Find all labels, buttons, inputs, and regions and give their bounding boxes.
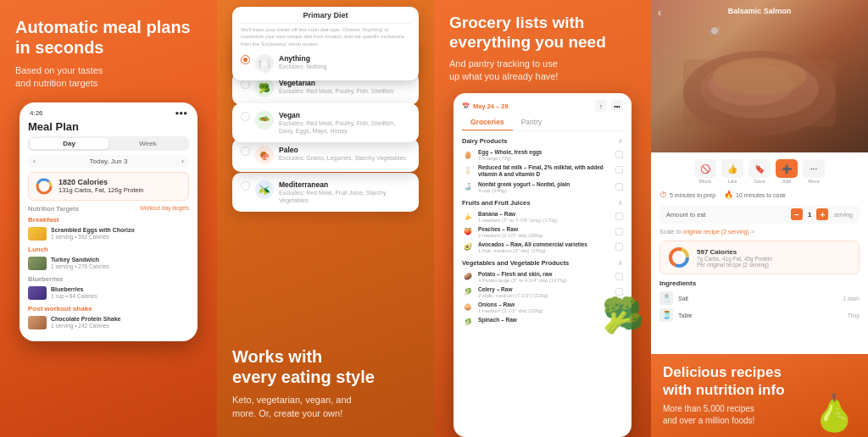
- meal-thumbnail: [28, 316, 47, 329]
- diet-card-main: Primary Diet We'll base your meals off t…: [232, 7, 419, 80]
- ingredients-section: Ingredients 🧂 Salt 1 dash 🫙 Table Tbsp: [659, 279, 860, 324]
- item-checkbox[interactable]: [615, 183, 623, 191]
- item-checkbox[interactable]: [615, 273, 623, 280]
- diet-excl-anything: Excludes: Nothing: [279, 63, 326, 70]
- grocery-item: 🍌 Banana – Raw 1 medium (7" to 7-7/8" lo…: [462, 209, 623, 224]
- postworkout-label: Post workout shake: [28, 305, 189, 313]
- block-label: Block: [699, 179, 712, 184]
- diet-radio-vegetarian[interactable]: [241, 80, 250, 89]
- panel1-sub: Based on your tastesand nutrition target…: [15, 64, 202, 91]
- diet-name-anything: Anything: [279, 54, 326, 63]
- item-checkbox[interactable]: [615, 213, 623, 220]
- item-detail: 1.5 large (73g): [478, 156, 611, 161]
- diet-radio-mediterranean[interactable]: [241, 181, 250, 191]
- item-checkbox[interactable]: [615, 151, 623, 158]
- category-collapse-icon[interactable]: ∧: [618, 259, 623, 267]
- add-label: Add: [782, 179, 792, 184]
- stepper-value: 1: [808, 211, 811, 218]
- grocery-item: 🥛 Reduced fat milk – Final, 2% milkfat, …: [462, 163, 623, 180]
- diet-excl-vegetarian: Excludes: Red Meat, Poultry, Fish, Shell…: [279, 87, 393, 95]
- item-detail: 1 fruit, medium (3" dia) (150g): [478, 248, 611, 253]
- item-checkbox[interactable]: [615, 166, 623, 174]
- diet-icon-anything: 🍽️: [255, 54, 274, 73]
- date-nav: ‹ Today, Jun 3 ›: [28, 155, 189, 168]
- more-button[interactable]: ··· More: [803, 159, 825, 184]
- breakfast-label: Breakfast: [28, 216, 189, 224]
- yogurt-icon: 🍶: [462, 181, 474, 193]
- item-name: Avocados – Raw, All commercial varieties: [478, 241, 611, 248]
- nav-right-icon[interactable]: ›: [181, 158, 184, 165]
- stepper-minus[interactable]: −: [791, 208, 803, 220]
- banana-icon: 🍌: [462, 211, 474, 223]
- recipe-title: Balsamic Salmon: [728, 7, 792, 15]
- diet-option-mediterranean[interactable]: 🫒 Mediterranean Excludes: Red Meat, Frui…: [241, 177, 410, 207]
- scale-row: Scale to original recipe (2 serving) >: [659, 229, 860, 235]
- grocery-date: 📅 May 24 – 28: [462, 102, 509, 110]
- table-icon: 🫙: [659, 308, 673, 322]
- diet-radio-vegan[interactable]: [241, 112, 250, 121]
- item-name: Banana – Raw: [478, 211, 611, 218]
- workout-label: Workout day targets: [140, 205, 189, 211]
- panel3-headline: Grocery lists witheverything you need: [449, 14, 636, 53]
- grocery-item: 🥑 Avocados – Raw, All commercial varieti…: [462, 240, 623, 255]
- tab-groceries[interactable]: Groceries: [462, 116, 513, 130]
- stepper-plus[interactable]: +: [816, 208, 828, 220]
- ingredient-item: 🧂 Salt 1 dash: [659, 290, 860, 307]
- item-detail: 2 stalk, medium (7-1/2") (220g): [478, 293, 611, 298]
- like-button[interactable]: 👍 Like: [721, 159, 743, 184]
- more-icon: ···: [803, 159, 825, 178]
- tab-week[interactable]: Week: [108, 138, 187, 149]
- tab-pantry[interactable]: Pantry: [513, 116, 551, 130]
- nav-left-icon[interactable]: ‹: [33, 158, 36, 165]
- item-detail: 4 Potato large (3" to 4-1/4" dia) (1475g…: [478, 278, 611, 283]
- calories-donut-small: [667, 246, 691, 269]
- diet-radio-paleo[interactable]: [241, 147, 250, 156]
- meal-item: Turkey Sandwich 1 serving • 276 Calories: [28, 255, 189, 272]
- fire-icon: 🔥: [724, 191, 733, 199]
- meal-thumbnail: [28, 257, 47, 270]
- item-checkbox[interactable]: [615, 228, 623, 235]
- meal-section-breakfast: Breakfast Scrambled Eggs with Chorizo 1 …: [28, 216, 189, 242]
- category-collapse-icon[interactable]: ∧: [618, 199, 623, 207]
- grocery-item: 🍑 Peaches – Raw 2 medium (2-2/3" dia) (3…: [462, 224, 623, 240]
- back-button[interactable]: ‹: [658, 7, 661, 19]
- scale-link[interactable]: original recipe (2 serving): [682, 229, 749, 235]
- grocery-item: 🍶 Nonfat greek yogurt – Nonfat, plain 4 …: [462, 180, 623, 195]
- item-name: Celery – Raw: [478, 286, 611, 293]
- calories-info-box: 597 Calories 7g Carbs, 41g Fat, 45g Prot…: [659, 241, 860, 274]
- diet-card-paleo: 🍖 Paleo Excludes: Grains, Legumes, Starc…: [232, 138, 419, 172]
- item-name: Onions – Raw: [478, 301, 611, 308]
- item-detail: 4 cup (340g): [478, 188, 611, 193]
- item-checkbox[interactable]: [615, 243, 623, 251]
- cook-time: 🔥 10 minutes to cook: [724, 191, 786, 199]
- diet-option-paleo[interactable]: 🍖 Paleo Excludes: Grains, Legumes, Starc…: [241, 142, 410, 168]
- save-button[interactable]: 🔖 Save: [748, 159, 771, 184]
- diet-radio-anything[interactable]: [241, 55, 250, 64]
- item-checkbox[interactable]: [615, 288, 623, 296]
- lunch-label: Lunch: [28, 246, 189, 253]
- recipe-content: 🚫 Block 👍 Like 🔖 Save ➕ Add ··· More: [651, 152, 868, 354]
- category-vegetables: Vegetables and Vegetable Products ∧ 🥔 Po…: [462, 259, 623, 330]
- calories-bar: 1820 Calories 131g Carbs, Fat, 126g Prot…: [28, 172, 189, 201]
- share-icon[interactable]: ↑: [595, 100, 607, 112]
- block-button[interactable]: 🚫 Block: [694, 159, 716, 184]
- ingredient-item: 🫙 Table Tbsp: [659, 307, 860, 324]
- add-button[interactable]: ➕ Add: [776, 159, 798, 184]
- meal-section-postworkout: Post workout shake Chocolate Protein Sha…: [28, 305, 189, 331]
- category-collapse-icon[interactable]: ∧: [618, 137, 623, 145]
- grocery-item: 🥔 Potato – Flesh and skin, raw 4 Potato …: [462, 269, 623, 285]
- meal-detail: 1 serving • 276 Calories: [51, 263, 189, 269]
- tab-day[interactable]: Day: [30, 138, 108, 149]
- day-week-tabs: Day Week: [28, 136, 189, 151]
- peach-icon: 🍑: [462, 226, 474, 238]
- calories-macros: 7g Carbs, 41g Fat, 45g Protein: [697, 256, 772, 262]
- snack-label: Blueberries: [28, 275, 189, 283]
- pear-character: 🍐: [812, 392, 856, 434]
- diet-option-vegan[interactable]: 🥗 Vegan Excludes: Red Meat, Poultry, Fis…: [241, 108, 410, 138]
- grocery-item: 🥬 Celery – Raw 2 stalk, medium (7-1/2") …: [462, 285, 623, 300]
- diet-option-anything[interactable]: 🍽️ Anything Excludes: Nothing: [241, 51, 410, 76]
- add-icon: ➕: [776, 159, 798, 178]
- amount-label: Amount to eat: [666, 211, 706, 218]
- more-icon[interactable]: •••: [611, 100, 623, 112]
- grocery-item: 🧅 Onions – Raw 1 medium (2-1/2" dia) (22…: [462, 300, 623, 315]
